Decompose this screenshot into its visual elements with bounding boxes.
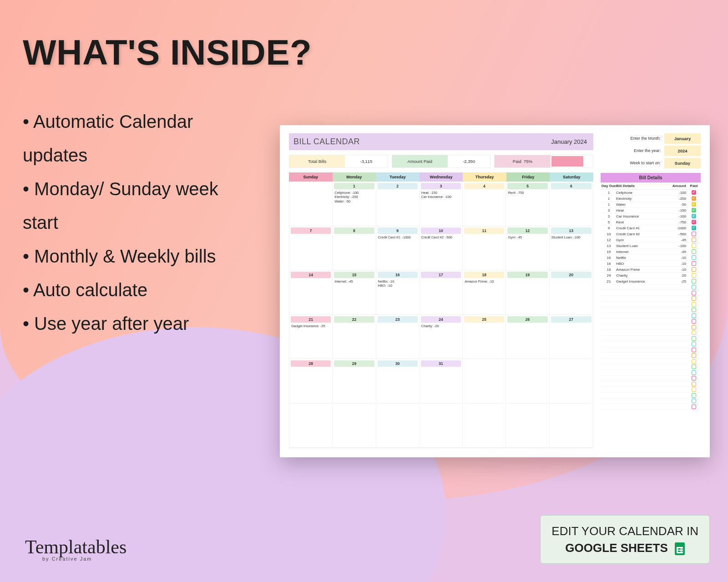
paid-checkbox[interactable]: [692, 405, 696, 409]
setting-value[interactable]: January: [664, 133, 701, 144]
bill-row: 9 Credit Card #1 -1000: [601, 225, 701, 231]
calendar-cell[interactable]: 22: [333, 315, 376, 359]
paid-checkbox[interactable]: [692, 325, 696, 329]
calendar-cell[interactable]: 18 Amazon Prime: -10: [463, 270, 506, 315]
bill-day: 9: [602, 226, 616, 230]
calendar-cell[interactable]: 28: [289, 359, 333, 404]
calendar-cell[interactable]: 3 Heat: -150Car Insurance: -100: [420, 182, 463, 226]
bill-name: Internet: [616, 250, 666, 254]
paid-checkbox[interactable]: [692, 279, 696, 283]
paid-checkbox[interactable]: [692, 342, 696, 346]
calendar-cell[interactable]: 14: [289, 270, 333, 315]
calendar-cell[interactable]: 11: [463, 226, 506, 271]
paid-checkbox[interactable]: [692, 393, 696, 398]
setting-value[interactable]: Sunday: [664, 158, 701, 168]
day-number: 2: [378, 183, 418, 189]
paid-checkbox[interactable]: [692, 353, 696, 358]
calendar-cell[interactable]: 7: [289, 226, 333, 271]
paid-checkbox[interactable]: [692, 370, 696, 375]
paid-checkbox[interactable]: [692, 190, 696, 195]
calendar-cell[interactable]: 9 Credit Card #1: -1000: [376, 226, 420, 271]
calendar-cell-empty: [376, 404, 420, 448]
paid-checkbox[interactable]: [692, 364, 696, 369]
calendar-cell[interactable]: 31: [420, 359, 463, 404]
paid-checkbox[interactable]: [692, 382, 696, 386]
day-number: 26: [507, 316, 547, 323]
day-number: 27: [551, 316, 592, 323]
paid-checkbox[interactable]: [692, 376, 696, 380]
paid-checkbox[interactable]: [692, 220, 696, 224]
calendar-cell[interactable]: 6: [550, 182, 593, 226]
calendar-cell[interactable]: 19: [506, 270, 549, 315]
paid-checkbox[interactable]: [692, 291, 696, 295]
calendar-cell[interactable]: 25: [463, 315, 506, 359]
calendar-cell[interactable]: 5 Rent: -750: [506, 182, 549, 226]
bill-name: Credit Card #2: [616, 232, 666, 236]
paid-checkbox[interactable]: [692, 302, 696, 307]
bill-row-empty: [601, 359, 701, 364]
calendar-title: BILL CALENDAR: [293, 137, 360, 147]
paid-checkbox[interactable]: [692, 238, 696, 242]
calendar-cell[interactable]: 2: [376, 182, 420, 226]
bill-row-empty: [601, 404, 701, 410]
paid-checkbox[interactable]: [692, 214, 696, 218]
paid-checkbox[interactable]: [692, 314, 696, 318]
calendar-cell[interactable]: 12 Gym: -45: [506, 226, 549, 271]
paid-checkbox[interactable]: [692, 308, 696, 312]
paid-checkbox[interactable]: [692, 232, 696, 236]
paid-checkbox[interactable]: [692, 196, 696, 201]
paid-checkbox[interactable]: [692, 348, 696, 352]
paid-checkbox[interactable]: [692, 202, 696, 207]
day-number: 11: [464, 228, 504, 234]
paid-checkbox[interactable]: [692, 267, 696, 272]
cta-badge: EDIT YOUR CALENDAR IN GOOGLE SHEETS: [540, 515, 710, 564]
bill-name: Amazon Prime: [616, 268, 666, 272]
calendar-cell[interactable]: 4: [463, 182, 506, 226]
paid-checkbox[interactable]: [692, 273, 696, 278]
paid-checkbox[interactable]: [692, 336, 696, 341]
calendar-cell[interactable]: 13 Student Loan: -100: [550, 226, 593, 271]
day-number: 23: [378, 316, 418, 323]
bill-row-empty: [601, 381, 701, 387]
paid-checkbox[interactable]: [692, 255, 696, 260]
calendar-cell[interactable]: 20: [550, 270, 593, 315]
calendar-cell[interactable]: 29: [333, 359, 376, 404]
calendar-cell[interactable]: 30: [376, 359, 420, 404]
paid-checkbox[interactable]: [692, 226, 696, 230]
paid-checkbox[interactable]: [692, 359, 696, 364]
setting-value[interactable]: 2024: [664, 146, 701, 156]
bullet-item: • Auto calculate: [23, 273, 241, 307]
calendar-cell[interactable]: 15 Internet: -45: [333, 270, 376, 315]
paid-checkbox[interactable]: [692, 261, 696, 266]
bill-amount: -200: [666, 197, 688, 201]
calendar-cell-empty: [550, 404, 593, 448]
calendar-cell[interactable]: 16 Netflix: -10HBO: -10: [376, 270, 420, 315]
calendar-cell[interactable]: 17: [420, 270, 463, 315]
paid-checkbox[interactable]: [692, 387, 696, 392]
stat-total-bills: Total Bills -3,115: [289, 155, 388, 168]
bill-event: Gadget Insurance: -25: [289, 324, 332, 328]
calendar-cell[interactable]: 10 Credit Card #2: -500: [420, 226, 463, 271]
paid-checkbox[interactable]: [692, 296, 696, 301]
paid-checkbox[interactable]: [692, 285, 696, 289]
day-number: 7: [291, 228, 331, 234]
cta-line2: GOOGLE SHEETS: [565, 541, 667, 555]
calendar-cell[interactable]: 26: [506, 315, 549, 359]
paid-checkbox[interactable]: [692, 208, 696, 213]
calendar-cell[interactable]: 8: [333, 226, 376, 271]
paid-checkbox[interactable]: [692, 249, 696, 254]
calendar-cell[interactable]: 1 Cellphone: -100Electricity: -200Water:…: [333, 182, 376, 226]
calendar-cell-empty: [550, 359, 593, 404]
calendar-cell[interactable]: 24 Charity: -20: [420, 315, 463, 359]
calendar-cell-empty: [463, 359, 506, 404]
paid-checkbox[interactable]: [692, 319, 696, 324]
paid-checkbox[interactable]: [692, 243, 696, 248]
calendar-cell[interactable]: 23: [376, 315, 420, 359]
weekday-header-row: SundayMondayTuesdayWednesdayThursdayFrid…: [289, 172, 593, 182]
day-number: 31: [421, 360, 461, 367]
calendar-cell[interactable]: 21 Gadget Insurance: -25: [289, 315, 333, 359]
paid-checkbox[interactable]: [692, 399, 696, 403]
calendar-cell[interactable]: 27: [550, 315, 593, 359]
day-number: 10: [421, 228, 461, 234]
paid-checkbox[interactable]: [692, 330, 696, 335]
